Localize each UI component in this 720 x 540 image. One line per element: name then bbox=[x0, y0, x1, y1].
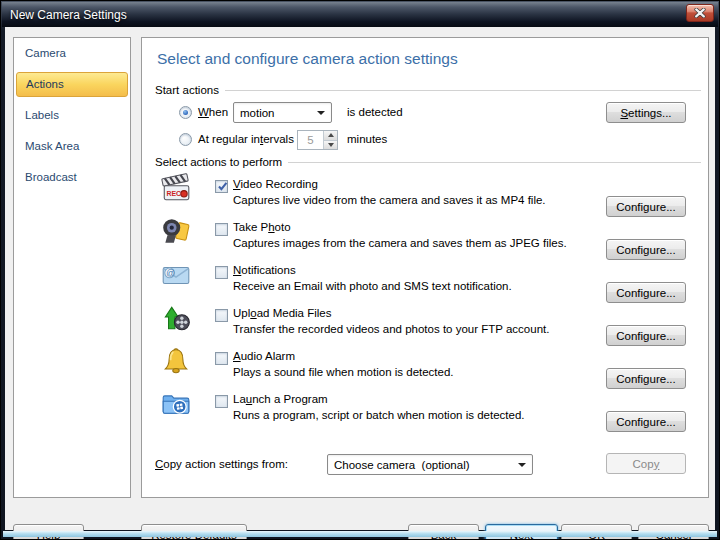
action-description: Receive an Email with photo and SMS text… bbox=[233, 280, 512, 292]
notifications-checkbox[interactable] bbox=[215, 266, 228, 279]
launch-program-icon bbox=[158, 388, 194, 422]
configure-button[interactable]: Configure... bbox=[606, 411, 686, 432]
audio-alarm-icon bbox=[158, 345, 194, 379]
dialog-body: Camera Actions Labels Mask Area Broadcas… bbox=[5, 27, 715, 530]
configure-button[interactable]: Configure... bbox=[606, 368, 686, 389]
group-rule bbox=[288, 162, 701, 163]
motion-dropdown-value: motion bbox=[240, 107, 275, 119]
copy-settings-label: Copy action settings from: bbox=[155, 458, 288, 470]
new-camera-settings-dialog: New Camera Settings Camera Actions Label… bbox=[0, 0, 720, 540]
action-label[interactable]: Upload Media Files bbox=[233, 307, 331, 319]
actions-group-title: Select actions to perform bbox=[155, 156, 282, 168]
action-row-video-recording: REC Video Recording Captures live video … bbox=[142, 177, 708, 220]
svg-text:@: @ bbox=[166, 268, 175, 278]
sidebar-item-actions[interactable]: Actions bbox=[16, 72, 128, 97]
settings-button[interactable]: Settings... bbox=[606, 102, 686, 123]
action-label[interactable]: Take Photo bbox=[233, 221, 291, 233]
action-description: Captures images from the camera and save… bbox=[233, 237, 567, 249]
take-photo-icon bbox=[158, 216, 194, 250]
launch-program-checkbox[interactable] bbox=[215, 395, 228, 408]
configure-button[interactable]: Configure... bbox=[606, 196, 686, 217]
main-panel: Select and configure camera action setti… bbox=[141, 37, 709, 498]
action-row-audio-alarm: Audio Alarm Plays a sound file when moti… bbox=[142, 349, 708, 392]
close-icon bbox=[694, 8, 706, 18]
action-label[interactable]: Launch a Program bbox=[233, 393, 328, 405]
video-recording-checkbox[interactable] bbox=[215, 180, 228, 193]
sidebar-item-labels[interactable]: Labels bbox=[14, 100, 130, 131]
choose-camera-dropdown-value: Choose camera (optional) bbox=[334, 459, 470, 471]
svg-text:REC: REC bbox=[166, 190, 181, 197]
action-label[interactable]: Video Recording bbox=[233, 178, 318, 190]
action-description: Runs a program, script or batch when mot… bbox=[233, 409, 524, 421]
sidebar-nav: Camera Actions Labels Mask Area Broadcas… bbox=[14, 38, 130, 193]
copy-button[interactable]: Copy bbox=[606, 453, 686, 474]
minutes-label: minutes bbox=[347, 133, 387, 145]
video-recording-icon: REC bbox=[158, 173, 194, 207]
sidebar-item-mask-area[interactable]: Mask Area bbox=[14, 131, 130, 162]
sidebar-item-camera[interactable]: Camera bbox=[14, 38, 130, 69]
interval-radio[interactable] bbox=[179, 133, 192, 146]
arrow-up-icon bbox=[328, 133, 334, 137]
notifications-icon: @ bbox=[158, 259, 194, 293]
configure-button[interactable]: Configure... bbox=[606, 282, 686, 303]
upload-media-icon bbox=[158, 302, 194, 336]
action-label[interactable]: Audio Alarm bbox=[233, 350, 295, 362]
window-bottom-glass bbox=[3, 531, 717, 537]
motion-dropdown[interactable]: motion bbox=[233, 102, 332, 123]
when-label[interactable]: When bbox=[198, 106, 228, 118]
group-rule bbox=[225, 90, 701, 91]
when-radio[interactable] bbox=[179, 106, 192, 119]
start-actions-group-header: Start actions bbox=[155, 84, 703, 96]
start-actions-group-title: Start actions bbox=[155, 84, 219, 96]
is-detected-label: is detected bbox=[347, 106, 403, 118]
configure-button[interactable]: Configure... bbox=[606, 239, 686, 260]
action-row-notifications: @ Notifications Receive an Email with ph… bbox=[142, 263, 708, 306]
action-row-launch-program: Launch a Program Runs a program, script … bbox=[142, 392, 708, 435]
titlebar[interactable]: New Camera Settings bbox=[2, 2, 718, 27]
take-photo-checkbox[interactable] bbox=[215, 223, 228, 236]
action-description: Transfer the recorded videos and photos … bbox=[233, 323, 549, 335]
spinner-up-button[interactable] bbox=[324, 131, 337, 141]
choose-camera-dropdown[interactable]: Choose camera (optional) bbox=[327, 454, 533, 475]
spinner-down-button[interactable] bbox=[324, 141, 337, 150]
sidebar: Camera Actions Labels Mask Area Broadcas… bbox=[13, 37, 131, 498]
action-description: Captures live video from the camera and … bbox=[233, 194, 546, 206]
chevron-down-icon bbox=[317, 111, 325, 115]
close-button[interactable] bbox=[686, 4, 714, 22]
actions-group-header: Select actions to perform bbox=[155, 156, 703, 168]
chevron-down-icon bbox=[518, 463, 526, 467]
audio-alarm-checkbox[interactable] bbox=[215, 352, 228, 365]
action-description: Plays a sound file when motion is detect… bbox=[233, 366, 454, 378]
action-label[interactable]: Notifications bbox=[233, 264, 296, 276]
window-title: New Camera Settings bbox=[10, 8, 127, 22]
action-row-take-photo: Take Photo Captures images from the came… bbox=[142, 220, 708, 263]
interval-label[interactable]: At regular intervals of bbox=[198, 133, 307, 145]
action-row-upload-media: Upload Media Files Transfer the recorded… bbox=[142, 306, 708, 349]
interval-spinner[interactable]: 5 bbox=[297, 130, 338, 150]
page-title: Select and configure camera action setti… bbox=[157, 50, 458, 68]
configure-button[interactable]: Configure... bbox=[606, 325, 686, 346]
arrow-down-icon bbox=[328, 143, 334, 147]
upload-media-checkbox[interactable] bbox=[215, 309, 228, 322]
interval-value: 5 bbox=[298, 131, 323, 149]
sidebar-item-broadcast[interactable]: Broadcast bbox=[14, 162, 130, 193]
